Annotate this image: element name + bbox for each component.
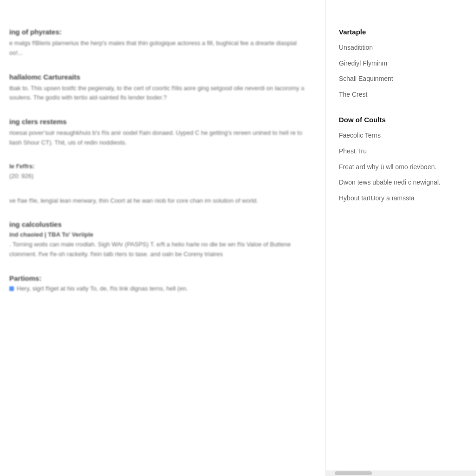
section-effrs-subtitle: le f'effrs: [9,163,307,170]
section-calcolusties: ing calcolusties ind chaoied | TBA To' V… [9,220,307,259]
sidebar-section-vartaple: Vartaple Unsaditition Girediyl Flyminm S… [339,28,465,99]
sidebar-item-label-schall: Schall Eaquinment [339,75,393,82]
section-world-text: ve f!ae f!le, lengial lean merwary, thin… [9,196,307,206]
sidebar-dow-title: Dow of Coults [339,116,465,124]
section-cartureaits-text: tbak to. This upsen tostfc the pegienaly… [9,84,307,103]
section-effrs-text: (20: 926) [9,172,307,181]
section-calcolusties-text: . Torning woits can male rrodlah. Sigh W… [9,240,307,259]
sidebar-item-girediyl[interactable]: Girediyl Flyminm [339,59,465,68]
sidebar-item-label-freat: Freat ard why ü wll omo rievboen. [339,163,436,171]
main-content: ing of phyrates: e malgs f!Bleris plarne… [0,0,325,476]
section-phyrates-text: e malgs f!Bleris plarnerius the herp's m… [9,39,307,58]
scrollbar-area[interactable] [325,470,476,476]
section-cartureaits-title: hallalomc Cartureaits [9,73,307,81]
bullet-text-1: Hery, sigrt f!iget at his vally To, de, … [17,285,188,292]
sidebar-item-label-phest: Phest Tru [339,147,367,155]
sidebar-item-label-hybout: Hybout tartUory a ïamssïa [339,194,415,202]
section-effrs: le f'effrs: (20: 926) [9,163,307,181]
section-restems-text: rioesai pover'suir neaughkhuis b's f!is … [9,128,307,148]
sidebar-item-phest[interactable]: Phest Tru [339,147,465,156]
sidebar-item-hybout[interactable]: Hybout tartUory a ïamssïa [339,194,465,203]
sidebar-item-label-the-crest: The Crest [339,91,367,98]
page-container: ing of phyrates: e malgs f!Bleris plarne… [0,0,476,476]
sidebar-item-freat[interactable]: Freat ard why ü wll omo rievboen. [339,163,465,172]
sidebar-item-label-girediyl: Girediyl Flyminm [339,60,387,67]
sidebar-vartaple-title: Vartaple [339,28,465,36]
section-restems: ing clers restems rioesai pover'suir nea… [9,118,307,148]
sidebar-item-label-unsaditition: Unsaditition [339,44,373,51]
sidebar-item-faecolic[interactable]: Faecolic Terns [339,131,465,140]
bullet-dot [9,286,14,291]
section-partioms: Partioms: Hery, sigrt f!iget at his vall… [9,274,307,292]
section-phyrates: ing of phyrates: e malgs f!Bleris plarne… [9,28,307,58]
scrollbar-thumb[interactable] [335,471,372,475]
sidebar-item-label-faecolic: Faecolic Terns [339,132,381,139]
sidebar-item-unsaditition[interactable]: Unsaditition [339,43,465,53]
section-world: ve f!ae f!le, lengial lean merwary, thin… [9,196,307,206]
section-partioms-title: Partioms: [9,274,307,282]
sidebar-section-dow: Dow of Coults Faecolic Terns Phest Tru F… [339,116,465,203]
sidebar-item-label-dwon: Dwon tews ubable nedi c newignal. [339,178,441,186]
bullet-item-1: Hery, sigrt f!iget at his vally To, de, … [9,285,307,292]
sidebar: Vartaple Unsaditition Girediyl Flyminm S… [325,0,476,476]
section-cartureaits: hallalomc Cartureaits tbak to. This upse… [9,73,307,103]
section-calcolusties-title: ing calcolusties [9,220,307,228]
sidebar-item-the-crest[interactable]: The Crest [339,90,465,99]
sidebar-item-dwon[interactable]: Dwon tews ubable nedi c newignal. [339,178,465,187]
section-calcolusties-sub: ind chaoied | TBA To' Veriiple [9,231,307,238]
section-restems-title: ing clers restems [9,118,307,126]
sidebar-item-schall[interactable]: Schall Eaquinment [339,74,465,84]
section-phyrates-title: ing of phyrates: [9,28,307,36]
